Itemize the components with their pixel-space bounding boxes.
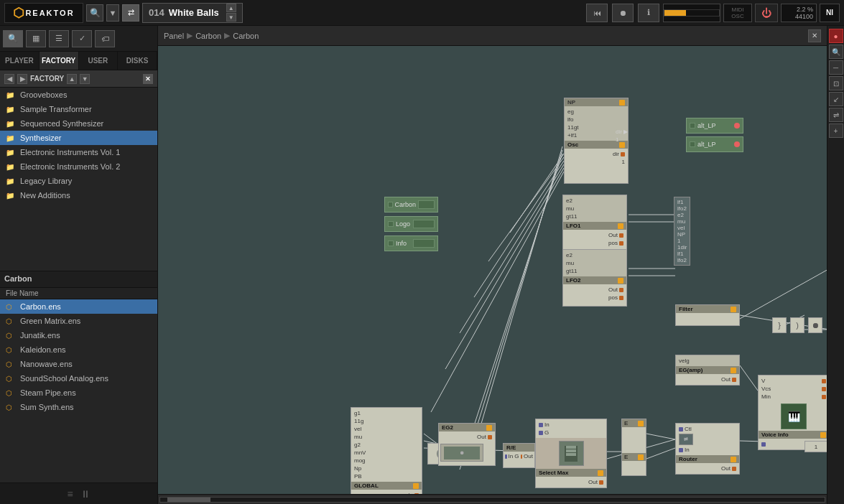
- sidebar-grid-btn[interactable]: ▦: [26, 30, 46, 47]
- sidebar-item-new-additions[interactable]: 📁 New Additions: [0, 188, 157, 202]
- tab-factory[interactable]: FACTORY: [40, 52, 79, 70]
- file-icon: ⬡: [6, 403, 16, 411]
- file-icon: ⬡: [6, 360, 16, 368]
- record-btn[interactable]: ●: [829, 29, 843, 43]
- folder-icon: 📁: [6, 134, 16, 142]
- dropdown-arrow[interactable]: ▼: [106, 4, 119, 22]
- file-item-soundschool[interactable]: ⬡ SoundSchool Analog.ens: [0, 371, 157, 386]
- tab-disks[interactable]: DISKS: [118, 52, 157, 70]
- module-bracket3[interactable]: ⏺: [808, 317, 822, 333]
- arrow-btn[interactable]: ↙: [829, 92, 843, 106]
- module-eg-amp[interactable]: velg EG(amp) Out: [675, 355, 740, 386]
- instrument-prev[interactable]: ▲: [226, 4, 236, 12]
- zoom-in-btn[interactable]: 🔍: [829, 45, 843, 59]
- add-btn[interactable]: +: [829, 123, 843, 138]
- factory-close-btn[interactable]: ✕: [143, 74, 153, 84]
- svg-line-24: [474, 146, 562, 448]
- module-voice-info[interactable]: V Vcs Min 🎹 Voice Info Max: [758, 375, 827, 450]
- file-name: Junatik.ens: [20, 331, 60, 340]
- module-select-max[interactable]: In G Select Max: [535, 419, 607, 488]
- sidebar-item-sample-transformer[interactable]: 📁 Sample Transformer: [0, 102, 157, 116]
- info-button[interactable]: ℹ: [638, 4, 659, 22]
- sidebar-item-synthesizer[interactable]: 📁 Synthesizer: [0, 131, 157, 145]
- horizontal-scrollbar[interactable]: [158, 494, 827, 504]
- link-btn[interactable]: ⇌: [829, 108, 843, 122]
- voice-info-label: Voice Info: [761, 431, 789, 438]
- osc-indicator2: [619, 142, 625, 148]
- module-global[interactable]: g1 11g vel mu g2 mnV mog Np PB GLOBAL: [351, 407, 422, 494]
- sidebar-item-sequenced-synthesizer[interactable]: 📁 Sequenced Synthesizer: [0, 116, 157, 131]
- sidebar-check-btn[interactable]: ✓: [72, 30, 92, 47]
- sidebar-item-ei-vol2[interactable]: 📁 Electronic Instruments Vol. 2: [0, 159, 157, 174]
- patch-icon[interactable]: ⇄: [122, 4, 139, 22]
- osc-label: Osc: [567, 141, 578, 148]
- svg-line-29: [646, 434, 675, 439]
- sidebar-search-btn[interactable]: 🔍: [3, 30, 23, 47]
- select-max-indicator: [598, 470, 603, 476]
- router-indicator: [731, 457, 736, 462]
- scrollbar-thumb[interactable]: [167, 498, 210, 502]
- carbon-label-text: Carbon: [395, 201, 417, 208]
- reaktor-logo: ⬡ REAKTOR: [4, 3, 83, 23]
- file-icon: ⬡: [6, 375, 16, 383]
- carbon-section-label: Carbon: [4, 274, 153, 283]
- sidebar-list-btn[interactable]: ☰: [49, 30, 69, 47]
- factory-up-btn[interactable]: ▲: [67, 74, 77, 84]
- zoom-out-btn[interactable]: ─: [829, 60, 843, 75]
- module-bracket1[interactable]: }: [772, 317, 787, 333]
- canvas-area[interactable]: Carbon Logo Info alt_LP: [158, 46, 827, 494]
- loop-button[interactable]: ⏺: [612, 4, 634, 22]
- module-lfo1[interactable]: e2 mu gt11 LFO1 Out pos: [562, 195, 627, 252]
- top-bar: ⬡ REAKTOR 🔍 ▼ ⇄ 014 White Balls ▲ ▼ ⏮ ⏺ …: [0, 0, 844, 26]
- sidebar-item-legacy[interactable]: 📁 Legacy Library: [0, 174, 157, 188]
- lib-label: Grooveboxes: [20, 90, 67, 99]
- factory-fwd-btn[interactable]: ▶: [17, 74, 27, 84]
- file-item-green-matrix[interactable]: ⬡ Green Matrix.ens: [0, 314, 157, 328]
- skip-back-button[interactable]: ⏮: [586, 4, 608, 22]
- breadcrumb-sep1: ▶: [187, 31, 193, 40]
- sidebar-item-grooveboxes[interactable]: 📁 Grooveboxes: [0, 88, 157, 102]
- tab-user[interactable]: USER: [79, 52, 119, 70]
- eg2-indicator: [486, 425, 492, 431]
- file-item-junatik[interactable]: ⬡ Junatik.ens: [0, 328, 157, 342]
- scrollbar-track[interactable]: [159, 497, 825, 503]
- lfo1-indicator: [618, 223, 623, 229]
- instrument-next[interactable]: ▼: [226, 13, 236, 22]
- file-item-carbon[interactable]: ⬡ Carbon.ens: [0, 299, 157, 314]
- sidebar-item-ei-vol1[interactable]: 📁 Electronic Instruments Vol. 1: [0, 145, 157, 159]
- instrument-name: White Balls: [169, 7, 219, 18]
- module-router[interactable]: Ctl ⇌ In Router Out: [675, 423, 740, 475]
- file-item-kaleidon[interactable]: ⬡ Kaleidon.ens: [0, 342, 157, 357]
- fit-btn[interactable]: ⊡: [829, 76, 843, 90]
- lib-label: Synthesizer: [20, 134, 61, 142]
- folder-icon: 📁: [6, 91, 16, 99]
- file-item-nanowave[interactable]: ⬡ Nanowave.ens: [0, 357, 157, 371]
- module-re-left[interactable]: R/E In G Out: [503, 443, 535, 468]
- tab-player[interactable]: PLAYER: [0, 52, 40, 70]
- module-lfo2[interactable]: e2 mu gt11 LFO2 Out pos: [562, 249, 627, 307]
- factory-back-btn[interactable]: ◀: [4, 74, 14, 84]
- file-item-steam-pipe[interactable]: ⬡ Steam Pipe.ens: [0, 386, 157, 400]
- module-filter[interactable]: Filter: [675, 304, 740, 326]
- global-indicator: [413, 483, 419, 489]
- search-button-top[interactable]: 🔍: [86, 4, 103, 22]
- module-one: 1: [804, 441, 827, 452]
- file-list: ⬡ Carbon.ens ⬡ Green Matrix.ens ⬡ Junati…: [0, 299, 157, 482]
- file-icon: ⬡: [6, 389, 16, 397]
- svg-line-11: [740, 269, 827, 319]
- info-label-text: Info: [396, 240, 407, 247]
- module-osc[interactable]: NP eg lfo 11gt +lf1 Osc dir: [564, 98, 629, 184]
- module-bracket2[interactable]: ): [790, 317, 804, 333]
- module-e-left[interactable]: E E: [621, 419, 646, 476]
- router-label: Router: [679, 456, 697, 462]
- file-icon: ⬡: [6, 346, 16, 354]
- module-eg2[interactable]: EG2 Out ⏺: [438, 423, 496, 466]
- sidebar-tag-btn[interactable]: 🏷: [95, 30, 115, 47]
- factory-down-btn[interactable]: ▼: [80, 74, 90, 84]
- library-list: 📁 Grooveboxes 📁 Sample Transformer 📁 Seq…: [0, 88, 157, 271]
- power-button[interactable]: ⏻: [755, 4, 778, 22]
- file-item-sum-synth[interactable]: ⬡ Sum Synth.ens: [0, 400, 157, 414]
- panel-close-btn[interactable]: ✕: [808, 29, 821, 42]
- module-carbon-label: Carbon: [384, 197, 438, 213]
- folder-icon: 📁: [6, 177, 16, 185]
